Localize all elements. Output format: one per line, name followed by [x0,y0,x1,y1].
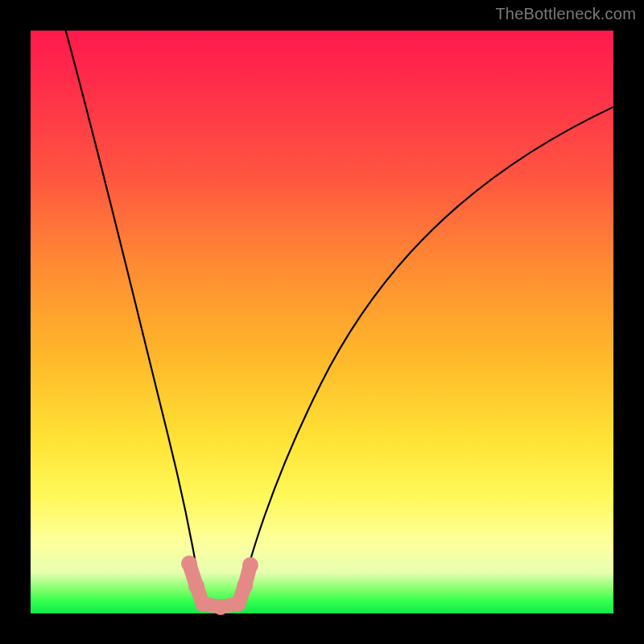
marker-dot [213,599,229,615]
marker-dot [230,596,246,612]
curve-right-branch [238,105,618,607]
marker-dot [242,557,258,573]
marker-dot [181,555,197,572]
curve-left-branch [64,26,203,607]
watermark-text: TheBottleneck.com [495,5,636,23]
curve-layer [31,31,613,613]
marker-dot [188,578,204,594]
plot-area [31,31,613,613]
chart-frame: TheBottleneck.com [0,0,644,644]
marker-dot [237,578,253,594]
marker-dot [195,596,211,612]
